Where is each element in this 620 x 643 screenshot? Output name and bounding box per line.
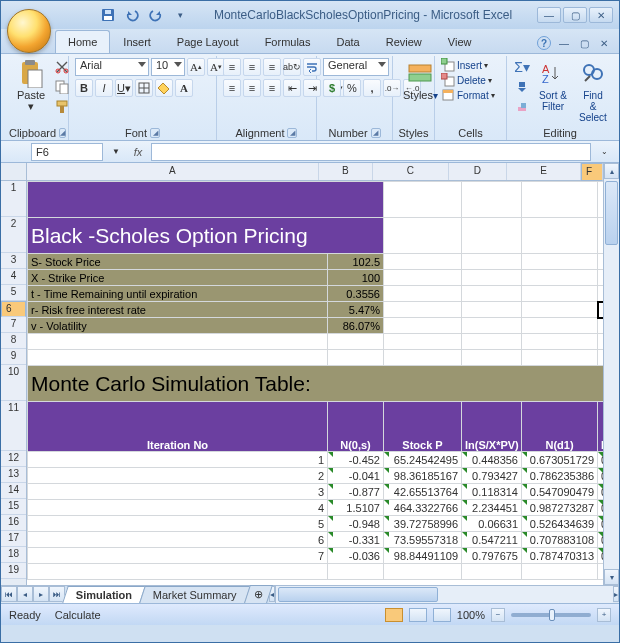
sort-filter-button[interactable]: AZ Sort & Filter xyxy=(535,58,571,114)
number-dialog-launcher[interactable]: ◢ xyxy=(371,128,381,138)
column-header[interactable]: F xyxy=(581,163,603,181)
border-button[interactable] xyxy=(135,79,153,97)
zoom-slider[interactable] xyxy=(511,613,591,617)
row-header[interactable]: 4 xyxy=(1,269,26,285)
row-header[interactable]: 18 xyxy=(1,547,26,563)
column-header[interactable]: C xyxy=(373,163,449,180)
row-header[interactable]: 9 xyxy=(1,349,26,365)
align-bottom-button[interactable]: ≡ xyxy=(263,58,281,76)
zoom-knob[interactable] xyxy=(549,609,555,621)
row-header[interactable]: 17 xyxy=(1,531,26,547)
qat-customize-icon[interactable]: ▾ xyxy=(171,6,189,24)
tab-first-button[interactable]: ⏮ xyxy=(1,586,17,602)
alignment-dialog-launcher[interactable]: ◢ xyxy=(287,128,297,138)
undo-icon[interactable] xyxy=(123,6,141,24)
autosum-button[interactable]: Σ▾ xyxy=(513,58,531,76)
tab-review[interactable]: Review xyxy=(373,30,435,53)
align-right-button[interactable]: ≡ xyxy=(263,79,281,97)
cell-grid[interactable]: A B C D E F Black -Scholes Option Pricin… xyxy=(27,163,603,585)
font-dialog-launcher[interactable]: ◢ xyxy=(150,128,160,138)
save-icon[interactable] xyxy=(99,6,117,24)
row-header[interactable]: 19 xyxy=(1,563,26,579)
comma-format-button[interactable]: , xyxy=(363,79,381,97)
scroll-up-button[interactable]: ▴ xyxy=(604,163,619,179)
font-name-selector[interactable]: Arial xyxy=(75,58,149,76)
fx-icon[interactable]: fx xyxy=(129,143,147,161)
formula-input[interactable] xyxy=(151,143,591,161)
hscroll-thumb[interactable] xyxy=(278,587,438,602)
vertical-scrollbar[interactable]: ▴ ▾ xyxy=(603,163,619,585)
redo-icon[interactable] xyxy=(147,6,165,24)
close-button[interactable]: ✕ xyxy=(589,7,613,23)
scroll-down-button[interactable]: ▾ xyxy=(604,569,619,585)
row-header[interactable]: 7 xyxy=(1,317,26,333)
row-header[interactable]: 1 xyxy=(1,181,26,217)
row-header[interactable]: 13 xyxy=(1,467,26,483)
underline-button[interactable]: U▾ xyxy=(115,79,133,97)
tab-page-layout[interactable]: Page Layout xyxy=(164,30,252,53)
select-all-corner[interactable] xyxy=(1,163,26,181)
tab-formulas[interactable]: Formulas xyxy=(252,30,324,53)
tab-view[interactable]: View xyxy=(435,30,485,53)
decrease-indent-button[interactable]: ⇤ xyxy=(283,79,301,97)
scroll-thumb[interactable] xyxy=(605,181,618,245)
zoom-in-button[interactable]: + xyxy=(597,608,611,622)
tab-home[interactable]: Home xyxy=(55,30,110,53)
clear-button[interactable] xyxy=(513,98,531,116)
italic-button[interactable]: I xyxy=(95,79,113,97)
tab-prev-button[interactable]: ◂ xyxy=(17,586,33,602)
tab-next-button[interactable]: ▸ xyxy=(33,586,49,602)
office-button[interactable] xyxy=(7,9,51,53)
expand-formula-bar[interactable]: ⌄ xyxy=(595,143,613,161)
scroll-right-button[interactable]: ▸ xyxy=(613,586,619,602)
insert-cells-button[interactable]: Insert▾ xyxy=(441,58,495,72)
row-header[interactable]: 16 xyxy=(1,515,26,531)
align-top-button[interactable]: ≡ xyxy=(223,58,241,76)
row-header[interactable]: 10 xyxy=(1,365,26,401)
name-box[interactable] xyxy=(31,143,103,161)
zoom-out-button[interactable]: − xyxy=(491,608,505,622)
paste-button[interactable]: Paste ▾ xyxy=(13,58,49,114)
font-size-selector[interactable]: 10 xyxy=(151,58,185,76)
delete-cells-button[interactable]: Delete▾ xyxy=(441,73,495,87)
tab-insert[interactable]: Insert xyxy=(110,30,164,53)
orientation-button[interactable]: ab↻ xyxy=(283,58,301,76)
row-header[interactable]: 5 xyxy=(1,285,26,301)
namebox-dropdown[interactable]: ▼ xyxy=(107,143,125,161)
accounting-format-button[interactable]: $ xyxy=(323,79,341,97)
row-header[interactable]: 6 xyxy=(1,301,26,317)
close-workbook-icon[interactable]: ✕ xyxy=(597,36,611,50)
row-header[interactable]: 14 xyxy=(1,483,26,499)
align-middle-button[interactable]: ≡ xyxy=(243,58,261,76)
row-header[interactable]: 15 xyxy=(1,499,26,515)
sheet-tab-simulation[interactable]: Simulation xyxy=(62,586,146,603)
column-header[interactable]: E xyxy=(507,163,581,180)
tab-data[interactable]: Data xyxy=(323,30,372,53)
fill-button[interactable] xyxy=(513,78,531,96)
row-header[interactable]: 11 xyxy=(1,401,26,451)
view-page-break-button[interactable] xyxy=(433,608,451,622)
fill-color-button[interactable] xyxy=(155,79,173,97)
view-normal-button[interactable] xyxy=(385,608,403,622)
minimize-button[interactable]: — xyxy=(537,7,561,23)
find-select-button[interactable]: Find & Select xyxy=(575,58,611,125)
align-center-button[interactable]: ≡ xyxy=(243,79,261,97)
restore-workbook-icon[interactable]: ▢ xyxy=(577,36,591,50)
align-left-button[interactable]: ≡ xyxy=(223,79,241,97)
clipboard-dialog-launcher[interactable]: ◢ xyxy=(59,128,66,138)
column-header[interactable]: B xyxy=(319,163,373,180)
number-format-selector[interactable]: General xyxy=(323,58,389,76)
format-cells-button[interactable]: Format▾ xyxy=(441,88,495,102)
column-header[interactable]: A xyxy=(27,163,319,180)
row-header[interactable]: 2 xyxy=(1,217,26,253)
row-header[interactable]: 8 xyxy=(1,333,26,349)
row-header[interactable]: 12 xyxy=(1,451,26,467)
cells-table[interactable]: Black -Scholes Option Pricing S- Stock P… xyxy=(27,181,603,580)
grow-font-button[interactable]: A▴ xyxy=(187,58,205,76)
column-header[interactable]: D xyxy=(449,163,507,180)
row-header[interactable]: 3 xyxy=(1,253,26,269)
help-icon[interactable]: ? xyxy=(537,36,551,50)
view-page-layout-button[interactable] xyxy=(409,608,427,622)
maximize-button[interactable]: ▢ xyxy=(563,7,587,23)
sheet-tab-market-summary[interactable]: Market Summary xyxy=(139,586,250,603)
